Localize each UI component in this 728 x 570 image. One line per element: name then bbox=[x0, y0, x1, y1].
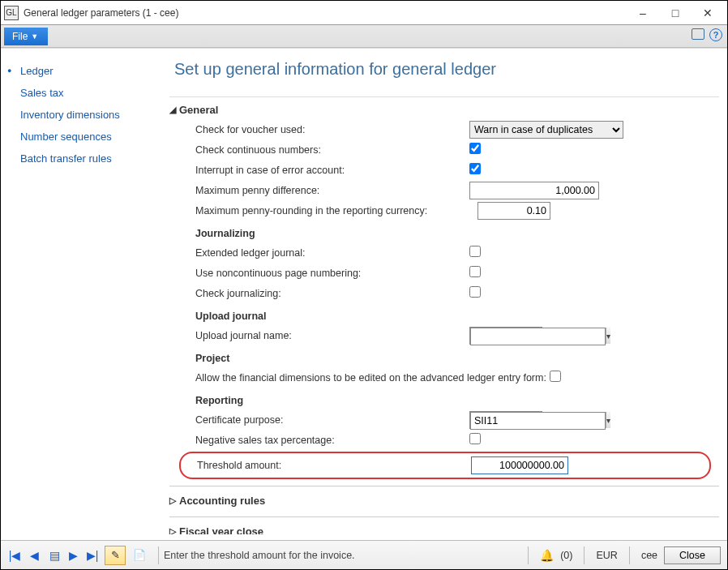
label-neg-sales-tax: Negative sales tax percentage: bbox=[169, 435, 469, 446]
select-check-voucher[interactable]: Warn in case of duplicates bbox=[469, 121, 623, 139]
menu-right-icons: ? bbox=[692, 28, 722, 41]
input-threshold-amount[interactable] bbox=[471, 456, 568, 474]
minimize-button[interactable]: – bbox=[627, 2, 659, 24]
label-max-penny-round: Maximum penny-rounding in the reporting … bbox=[169, 205, 477, 216]
sidebar: Ledger Sales tax Inventory dimensions Nu… bbox=[1, 49, 163, 534]
close-window-button[interactable]: ✕ bbox=[692, 2, 724, 24]
footer-bar: |◀ ◀ ▤ ▶ ▶| ✎ 📄 Enter the threshold amou… bbox=[1, 540, 727, 569]
combo-upload-journal[interactable]: ▾ bbox=[469, 327, 542, 345]
label-threshold: Threshold amount: bbox=[181, 460, 471, 471]
input-max-penny-round[interactable] bbox=[477, 202, 550, 220]
divider bbox=[629, 546, 630, 564]
chevron-down-icon[interactable]: ▾ bbox=[606, 328, 610, 344]
label-check-voucher: Check for voucher used: bbox=[169, 124, 469, 135]
checkbox-interrupt-error[interactable] bbox=[469, 163, 481, 174]
last-record-icon[interactable]: ▶| bbox=[85, 549, 100, 562]
subheading-journalizing: Journalizing bbox=[195, 228, 719, 239]
label-cert-purpose: Certificate purpose: bbox=[169, 414, 469, 426]
checkbox-check-journalizing[interactable] bbox=[469, 286, 481, 298]
file-menu-label: File bbox=[12, 31, 28, 42]
input-cert-purpose[interactable] bbox=[470, 412, 606, 430]
section-accounting-rules-header[interactable]: ▷ Accounting rules bbox=[169, 495, 719, 507]
edit-button[interactable]: ✎ bbox=[105, 546, 126, 565]
notification-count: (0) bbox=[560, 550, 572, 561]
collapsed-triangle-icon: ▷ bbox=[169, 526, 176, 534]
section-fiscal-year-close-header[interactable]: ▷ Fiscal year close bbox=[169, 525, 719, 534]
first-record-icon[interactable]: |◀ bbox=[7, 549, 22, 562]
window-title: General ledger parameters (1 - cee) bbox=[24, 7, 627, 19]
app-icon: GL bbox=[4, 6, 19, 20]
divider bbox=[528, 546, 529, 564]
subheading-upload-journal: Upload journal bbox=[195, 311, 719, 322]
window-controls: – □ ✕ bbox=[627, 2, 724, 24]
maximize-button[interactable]: □ bbox=[659, 2, 692, 24]
footer-currency: EUR bbox=[596, 550, 617, 561]
divider bbox=[158, 546, 159, 564]
input-upload-journal[interactable] bbox=[470, 328, 606, 345]
chevron-down-icon: ▼ bbox=[31, 32, 38, 41]
new-record-icon[interactable]: 📄 bbox=[131, 546, 148, 564]
label-upload-name: Upload journal name: bbox=[169, 330, 469, 341]
grid-icon[interactable]: ▤ bbox=[46, 549, 61, 562]
section-accounting-rules-label: Accounting rules bbox=[179, 495, 265, 507]
sidebar-item-batch-transfer-rules[interactable]: Batch transfer rules bbox=[15, 148, 156, 169]
file-menu[interactable]: File ▼ bbox=[4, 28, 48, 45]
sidebar-item-number-sequences[interactable]: Number sequences bbox=[15, 126, 156, 148]
divider bbox=[584, 546, 585, 564]
label-allow-fin-dim: Allow the financial dimensions to be edi… bbox=[169, 372, 546, 384]
label-ext-ledger: Extended ledger journal: bbox=[169, 247, 469, 259]
subheading-reporting: Reporting bbox=[195, 395, 719, 406]
checkbox-ext-ledger[interactable] bbox=[469, 246, 481, 257]
checkbox-noncont-page[interactable] bbox=[469, 266, 481, 277]
label-check-journalizing: Check journalizing: bbox=[169, 288, 469, 299]
title-bar: GL General ledger parameters (1 - cee) –… bbox=[1, 1, 727, 25]
input-max-penny-diff[interactable] bbox=[469, 182, 599, 199]
label-check-continuous: Check continuous numbers: bbox=[169, 144, 469, 156]
content-area: Ledger Sales tax Inventory dimensions Nu… bbox=[1, 48, 727, 534]
sidebar-item-ledger[interactable]: Ledger bbox=[15, 60, 156, 82]
menu-bar: File ▼ ? bbox=[1, 25, 727, 48]
sidebar-item-sales-tax[interactable]: Sales tax bbox=[15, 82, 156, 104]
footer-company: cee bbox=[641, 550, 657, 561]
section-general-label: General bbox=[179, 104, 218, 116]
section-general-header[interactable]: ◢ General bbox=[169, 104, 719, 116]
header-rule bbox=[169, 96, 719, 97]
panel-icon[interactable] bbox=[692, 28, 704, 40]
checkbox-allow-fin-dim[interactable] bbox=[550, 371, 561, 382]
prev-record-icon[interactable]: ◀ bbox=[27, 549, 41, 562]
chevron-down-icon[interactable]: ▾ bbox=[606, 412, 610, 428]
sidebar-item-inventory-dimensions[interactable]: Inventory dimensions bbox=[15, 104, 156, 126]
subheading-project: Project bbox=[195, 353, 719, 364]
help-icon[interactable]: ? bbox=[709, 28, 722, 41]
expanded-triangle-icon: ◢ bbox=[169, 105, 176, 115]
next-record-icon[interactable]: ▶ bbox=[66, 549, 80, 562]
record-nav: |◀ ◀ ▤ ▶ ▶| bbox=[7, 549, 100, 562]
label-noncont-page: Use noncontinuous page numbering: bbox=[169, 268, 469, 279]
page-title: Set up general information for general l… bbox=[174, 60, 719, 79]
checkbox-check-continuous[interactable] bbox=[469, 143, 481, 154]
label-max-penny-diff: Maximum penny difference: bbox=[169, 185, 469, 196]
footer-right: 🔔(0) EUR cee Close bbox=[523, 546, 721, 564]
status-hint: Enter the threshold amount for the invoi… bbox=[164, 550, 523, 561]
close-button[interactable]: Close bbox=[664, 546, 721, 564]
main-panel: Set up general information for general l… bbox=[163, 49, 727, 534]
section-fiscal-year-close-label: Fiscal year close bbox=[179, 525, 263, 534]
threshold-highlight-frame: Threshold amount: bbox=[179, 452, 711, 479]
collapsed-triangle-icon: ▷ bbox=[169, 495, 176, 506]
bell-icon[interactable]: 🔔 bbox=[540, 549, 554, 562]
checkbox-neg-sales-tax[interactable] bbox=[469, 433, 481, 444]
label-interrupt-error: Interrupt in case of error account: bbox=[169, 165, 469, 176]
combo-cert-purpose[interactable]: ▾ bbox=[469, 411, 542, 429]
